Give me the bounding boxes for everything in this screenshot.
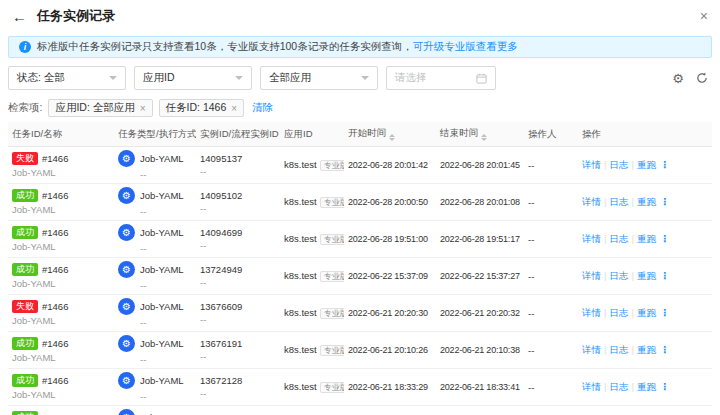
app-id-select[interactable]: 应用ID [134,66,252,90]
table-row: 成功 #1466 Job-YAML ⚙ Job-YAML -- 14094699… [8,221,712,258]
close-icon[interactable]: × [700,9,708,23]
more-actions-icon[interactable]: ⋮ [660,270,670,281]
refresh-button[interactable] [696,72,708,84]
action-rerun-link[interactable]: 重跑 [637,196,656,207]
exec-mode: -- [140,317,192,328]
action-rerun-link[interactable]: 重跑 [637,233,656,244]
flow-instance-id: -- [200,240,276,251]
date-picker[interactable]: 请选择 [386,66,496,90]
job-icon: ⚙ [118,298,135,315]
action-log-link[interactable]: 日志 [609,270,628,281]
chevron-down-icon [109,76,117,80]
status-badge: 成功 [12,263,38,277]
app-id: k8s.test [284,270,317,281]
pro-edition-tag: 专业版 [320,160,344,171]
action-detail-link[interactable]: 详情 [582,159,601,170]
back-icon[interactable]: ← [12,9,27,24]
exec-mode: -- [140,280,192,291]
action-detail-link[interactable]: 详情 [582,307,601,318]
upgrade-pro-link[interactable]: 可升级专业版查看更多 [413,40,518,54]
action-log-link[interactable]: 日志 [609,159,628,170]
action-detail-link[interactable]: 详情 [582,270,601,281]
task-id: #1466 [42,190,68,201]
column-settings-button[interactable]: ⚙ [672,72,684,85]
action-detail-link[interactable]: 详情 [582,344,601,355]
info-icon: i [19,41,31,53]
pro-edition-tag: 专业版 [320,308,344,319]
status-badge: 成功 [12,374,38,388]
exec-mode: -- [140,169,192,180]
end-time: 2022-06-21 20:10:38 [436,332,524,369]
table-row: 成功 #1466 Job-YAML ⚙ Job-YAML -- 13672128… [8,369,712,406]
filter-tag-app[interactable]: 应用ID: 全部应用 × [48,99,152,117]
start-time: 2022-06-22 15:37:09 [344,258,436,295]
more-actions-icon[interactable]: ⋮ [660,307,670,318]
status-badge: 成功 [12,337,38,351]
task-name: Job-YAML [12,389,110,400]
instance-id: 14095137 [200,153,276,164]
info-banner: i 标准版中任务实例记录只支持查看10条，专业版支持100条记录的任务实例查询，… [8,36,712,58]
exec-mode: -- [140,243,192,254]
sort-icon[interactable] [481,134,487,141]
gear-icon: ⚙ [672,72,684,85]
column-header-actions: 操作 [578,122,712,147]
task-name: Job-YAML [12,204,110,215]
task-id: #1466 [42,301,68,312]
more-actions-icon[interactable]: ⋮ [660,233,670,244]
operator: -- [524,406,578,415]
column-header-operator: 操作人 [524,122,578,147]
more-actions-icon[interactable]: ⋮ [660,344,670,355]
more-actions-icon[interactable]: ⋮ [660,381,670,392]
action-detail-link[interactable]: 详情 [582,233,601,244]
app-id: k8s.test [284,233,317,244]
app-id: k8s.test [284,196,317,207]
action-rerun-link[interactable]: 重跑 [637,270,656,281]
task-type: Job-YAML [140,264,184,275]
tag-close-icon[interactable]: × [140,103,146,114]
column-header-task-type: 任务类型/执行方式 [114,122,196,147]
action-log-link[interactable]: 日志 [609,196,628,207]
column-header-start-time[interactable]: 开始时间 [344,122,436,147]
action-detail-link[interactable]: 详情 [582,381,601,392]
toolbar-icons: ⚙ [672,72,712,85]
task-type: Job-YAML [140,301,184,312]
chevron-down-icon [235,76,243,80]
filter-tag-task[interactable]: 任务ID: 1466 × [159,99,245,117]
app-id: k8s.test [284,159,317,170]
instance-id: 14095102 [200,190,276,201]
start-time: 2022-06-21 20:20:30 [344,295,436,332]
more-actions-icon[interactable]: ⋮ [660,196,670,207]
all-apps-select[interactable]: 全部应用 [260,66,378,90]
tag-close-icon[interactable]: × [231,103,237,114]
task-type: Job-YAML [140,338,184,349]
start-time: 2022-06-28 20:01:42 [344,147,436,184]
clear-filters-link[interactable]: 清除 [252,101,273,115]
action-rerun-link[interactable]: 重跑 [637,381,656,392]
action-log-link[interactable]: 日志 [609,307,628,318]
task-type: Job-YAML [140,153,184,164]
job-icon: ⚙ [118,150,135,167]
exec-mode: -- [140,391,192,402]
flow-instance-id: -- [200,388,276,399]
start-time: 2022-06-21 20:10:26 [344,332,436,369]
column-header-end-time[interactable]: 结束时间 [436,122,524,147]
task-name: Job-YAML [12,241,110,252]
operator: -- [524,369,578,406]
operator: -- [524,221,578,258]
action-rerun-link[interactable]: 重跑 [637,159,656,170]
action-rerun-link[interactable]: 重跑 [637,344,656,355]
action-detail-link[interactable]: 详情 [582,196,601,207]
action-rerun-link[interactable]: 重跑 [637,307,656,318]
action-log-link[interactable]: 日志 [609,233,628,244]
task-type: Job-YAML [140,227,184,238]
more-actions-icon[interactable]: ⋮ [660,159,670,170]
action-log-link[interactable]: 日志 [609,381,628,392]
column-header-task-id: 任务ID/名称 [8,122,114,147]
status-badge: 成功 [12,226,38,240]
status-select[interactable]: 状态: 全部 [8,66,126,90]
sort-icon[interactable] [389,134,395,141]
job-icon: ⚙ [118,372,135,389]
job-icon: ⚙ [118,261,135,278]
records-table: 任务ID/名称 任务类型/执行方式 实例ID/流程实例ID 应用ID 开始时间 … [8,122,712,415]
action-log-link[interactable]: 日志 [609,344,628,355]
